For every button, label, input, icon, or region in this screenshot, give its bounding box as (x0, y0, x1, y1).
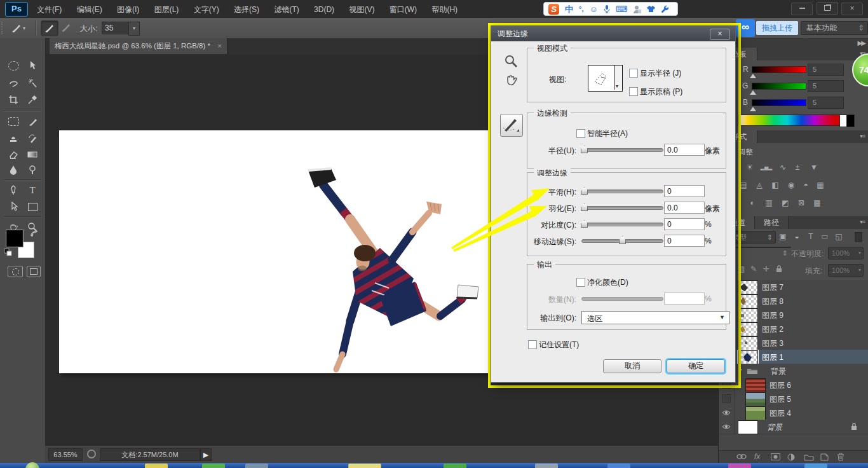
background-layer-row[interactable]: 背景 (719, 420, 868, 434)
color-balance-icon[interactable]: ◬ (752, 180, 766, 191)
ime-settings-wrench-icon[interactable] (661, 5, 668, 13)
red-value-field[interactable]: 5 (808, 64, 844, 76)
layer-row[interactable]: 图层 2 (719, 322, 868, 336)
layer-row[interactable]: 图层 4 (719, 406, 868, 420)
filter-smart-objects-icon[interactable]: ◱ (832, 231, 846, 242)
posterize-icon[interactable]: ▥ (762, 198, 776, 209)
drag-upload-button[interactable]: 拖拽上传 (756, 21, 798, 35)
document-tab-close-icon[interactable]: × (217, 42, 222, 50)
layer-name[interactable]: 图层 6 (770, 380, 791, 391)
panel-menu-icon[interactable]: ▾≡ (860, 133, 865, 139)
rectangle-tool[interactable] (24, 200, 41, 214)
blue-slider-thumb[interactable] (750, 107, 756, 111)
feather-input[interactable] (664, 202, 705, 214)
layer-thumbnail[interactable] (745, 406, 766, 420)
taskbar-app-icon[interactable] (535, 464, 558, 468)
delete-layer-trash-icon[interactable] (837, 453, 844, 461)
layer-name[interactable]: 图层 7 (762, 282, 783, 293)
feather-slider[interactable] (581, 206, 663, 210)
tool-preset-picker[interactable]: ▾ (10, 21, 32, 35)
taskbar-app-icon[interactable] (245, 464, 268, 468)
filter-toggle-switch[interactable] (855, 232, 862, 242)
layer-name[interactable]: 图层 8 (762, 296, 783, 307)
link-layers-icon[interactable] (736, 453, 747, 460)
brush-size-value[interactable]: 35 (102, 22, 130, 34)
filter-shape-layers-icon[interactable]: ▭ (818, 231, 832, 242)
smooth-slider[interactable] (581, 189, 663, 193)
layer-row[interactable]: 图层 9 (719, 308, 868, 322)
screen-mode-button[interactable] (27, 266, 41, 277)
layer-thumbnail[interactable] (738, 420, 758, 434)
layer-row[interactable]: 图层 8 (719, 294, 868, 308)
vibrance-icon[interactable]: ▼ (807, 162, 821, 173)
canvas[interactable] (59, 130, 489, 373)
dialog-zoom-tool-icon[interactable] (504, 54, 518, 68)
red-channel-slider[interactable] (752, 66, 806, 73)
new-layer-icon[interactable] (820, 453, 829, 461)
taskbar-app-icon[interactable] (607, 464, 630, 468)
lock-paint-icon[interactable]: ✎ (750, 265, 757, 273)
taskbar-app-icon[interactable] (804, 464, 827, 468)
brush-mode-subtract-button[interactable] (60, 22, 74, 34)
remember-settings-checkbox[interactable] (528, 340, 537, 349)
layer-name[interactable]: 图层 5 (770, 394, 791, 405)
taskbar-app-icon[interactable] (145, 464, 168, 468)
swap-colors-icon[interactable] (29, 229, 39, 238)
taskbar-app-icon[interactable] (728, 464, 751, 468)
menu-type[interactable]: 文字(Y) (187, 0, 226, 15)
green-channel-slider[interactable] (752, 83, 806, 90)
history-brush-tool[interactable] (24, 132, 41, 146)
visibility-eye-icon[interactable] (719, 420, 735, 434)
layer-name[interactable]: 图层 2 (762, 324, 783, 335)
eraser-tool[interactable] (5, 148, 22, 162)
lock-move-icon[interactable]: ✛ (763, 265, 770, 273)
move-tool[interactable] (24, 59, 41, 72)
brightness-contrast-icon[interactable]: ☀ (743, 162, 757, 173)
filter-adjustment-layers-icon[interactable]: ◒ (790, 231, 804, 242)
smooth-input[interactable] (664, 185, 705, 197)
brush-size-dropdown-icon[interactable]: ▾ (128, 22, 140, 36)
start-orb[interactable] (25, 462, 39, 468)
foreground-color-swatch[interactable] (6, 230, 23, 247)
layer-name[interactable]: 图层 9 (762, 310, 783, 321)
gradient-tool[interactable] (24, 148, 41, 162)
ime-emoji-icon[interactable]: ☺ (589, 5, 597, 13)
layer-thumbnail[interactable] (745, 378, 766, 392)
fill-value-dropdown[interactable]: 100% ▾ (828, 264, 864, 277)
taskbar-app-icon[interactable] (202, 464, 225, 468)
layer-row[interactable]: 图层 6 (719, 378, 868, 392)
cancel-button[interactable]: 取消 (603, 359, 661, 373)
dock-collapse-icon[interactable]: ▶▶ (858, 39, 865, 46)
zoom-level-field[interactable]: 63.55% (48, 448, 83, 461)
menu-view[interactable]: 视图(V) (342, 0, 381, 15)
close-button[interactable]: × (841, 3, 863, 15)
layer-style-fx-icon[interactable]: fx (754, 452, 760, 461)
shift-edge-slider[interactable] (581, 239, 663, 243)
view-thumbnail-dropdown[interactable]: ▾ (588, 65, 623, 92)
radius-slider[interactable] (581, 148, 663, 152)
levels-icon[interactable]: ▂▅▂ (759, 162, 773, 173)
pen-tool[interactable] (5, 183, 22, 197)
layer-name[interactable]: 图层 3 (762, 338, 783, 349)
ok-button[interactable]: 确定 (667, 359, 725, 373)
filter-pixel-layers-icon[interactable]: ▣ (776, 231, 790, 242)
decontaminate-colors-checkbox[interactable] (576, 278, 585, 287)
workspace-switcher[interactable]: 基本功能 ⇕ (801, 21, 868, 35)
blur-tool[interactable] (5, 163, 22, 177)
dodge-tool[interactable] (24, 163, 41, 177)
new-group-icon[interactable] (804, 454, 814, 461)
gradient-map-icon[interactable]: ▩ (810, 198, 824, 209)
magic-wand-tool[interactable] (24, 76, 41, 90)
ime-skin-icon[interactable] (647, 5, 655, 13)
contrast-slider[interactable] (581, 223, 663, 226)
lasso-tool[interactable] (5, 76, 22, 90)
refine-radius-tool-button[interactable] (500, 114, 523, 137)
menu-3d[interactable]: 3D(D) (308, 1, 341, 14)
filter-type-layers-icon[interactable]: T (804, 231, 818, 242)
taskbar-app-icon-active[interactable] (348, 464, 381, 468)
color-lookup-icon[interactable]: ▦ (813, 180, 827, 191)
opacity-value-dropdown[interactable]: 100% ▾ (828, 247, 864, 259)
ime-account-icon[interactable] (634, 5, 641, 13)
menu-window[interactable]: 窗口(W) (383, 0, 423, 15)
layer-name[interactable]: 图层 4 (770, 408, 791, 419)
